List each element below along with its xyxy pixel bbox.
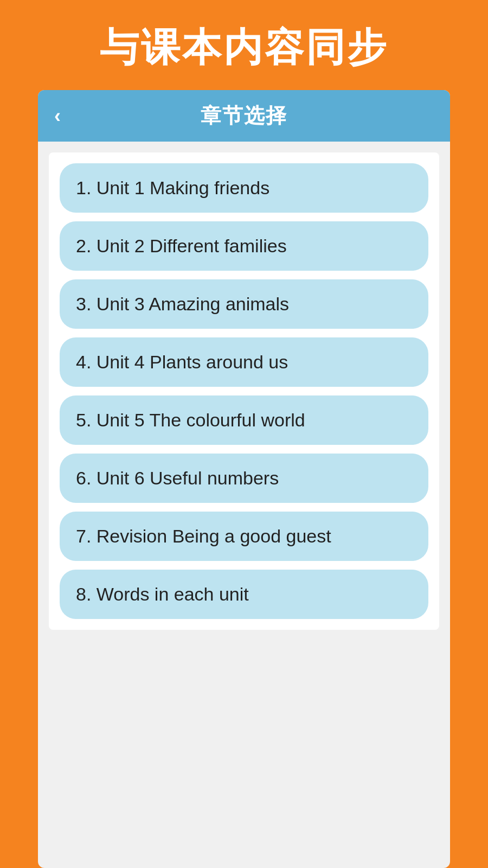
back-arrow-icon[interactable]: ‹: [54, 105, 61, 127]
chapter-list-item[interactable]: 7. Revision Being a good guest: [60, 512, 428, 561]
chapter-list-item[interactable]: 3. Unit 3 Amazing animals: [60, 279, 428, 329]
card-header-title: 章节选择: [201, 102, 287, 130]
chapter-list-item[interactable]: 4. Unit 4 Plants around us: [60, 337, 428, 387]
chapter-list-item[interactable]: 6. Unit 6 Useful numbers: [60, 454, 428, 503]
chapter-list-item[interactable]: 2. Unit 2 Different families: [60, 221, 428, 271]
page-title: 与课本内容同步: [100, 22, 388, 74]
chapter-list-item[interactable]: 8. Words in each unit: [60, 570, 428, 619]
main-card: ‹ 章节选择 1. Unit 1 Making friends2. Unit 2…: [38, 90, 450, 868]
card-header: ‹ 章节选择: [38, 90, 450, 142]
chapter-list: 1. Unit 1 Making friends2. Unit 2 Differ…: [49, 152, 439, 630]
chapter-list-item[interactable]: 1. Unit 1 Making friends: [60, 163, 428, 213]
chapter-list-item[interactable]: 5. Unit 5 The colourful world: [60, 395, 428, 445]
